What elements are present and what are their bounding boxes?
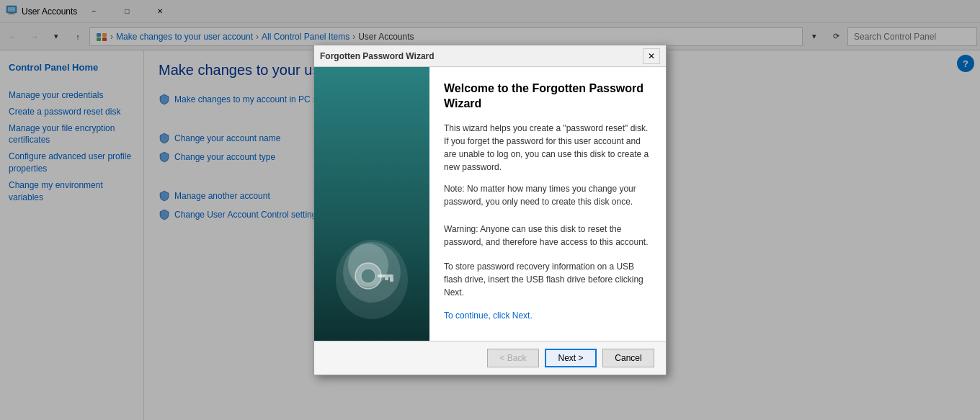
wizard-graphic	[329, 233, 415, 326]
svg-point-12	[361, 269, 375, 283]
dialog-welcome-title: Welcome to the Forgotten Password Wizard	[444, 81, 651, 112]
svg-rect-15	[385, 277, 388, 280]
forgotten-password-dialog: Forgotten Password Wizard ✕	[313, 45, 667, 375]
dialog-content: Welcome to the Forgotten Password Wizard…	[429, 67, 666, 341]
dialog-title: Forgotten Password Wizard	[320, 51, 643, 61]
dialog-usb-note: To store password recovery information o…	[444, 260, 651, 299]
dialog-warning: Warning: Anyone can use this disk to res…	[444, 223, 651, 249]
dialog-overlay: Forgotten Password Wizard ✕	[0, 0, 980, 420]
dialog-para2: Note: No matter how many times you chang…	[444, 182, 651, 208]
back-button[interactable]: < Back	[487, 349, 539, 367]
dialog-sidebar-graphic	[314, 67, 429, 341]
dialog-para1: This wizard helps you create a "password…	[444, 122, 651, 174]
dialog-titlebar: Forgotten Password Wizard ✕	[314, 45, 666, 67]
next-button[interactable]: Next >	[545, 349, 597, 367]
dialog-continue: To continue, click Next.	[444, 310, 651, 321]
dialog-body: Welcome to the Forgotten Password Wizard…	[314, 67, 666, 341]
dialog-footer: < Back Next > Cancel	[314, 341, 666, 375]
svg-rect-14	[390, 277, 393, 282]
cancel-button[interactable]: Cancel	[602, 349, 654, 367]
dialog-close-button[interactable]: ✕	[643, 48, 660, 64]
svg-rect-13	[378, 274, 393, 277]
